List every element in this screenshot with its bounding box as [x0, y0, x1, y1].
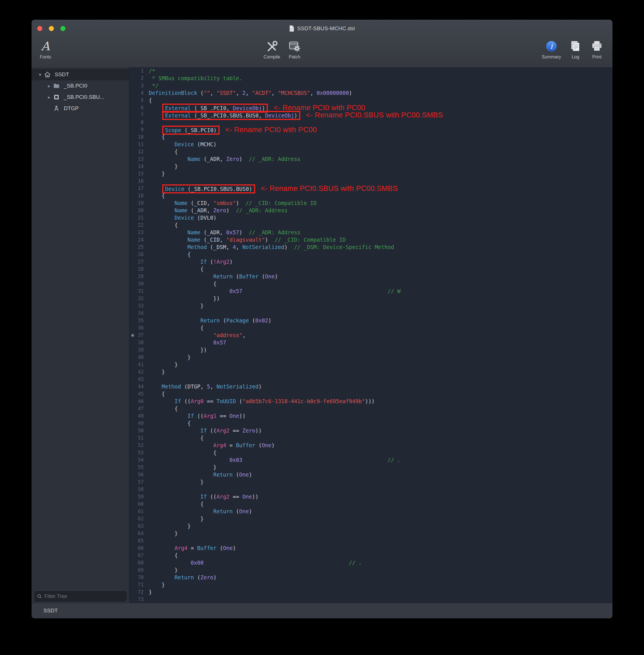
code-line: 8 [130, 118, 613, 126]
line-number: 36 [130, 324, 147, 332]
code-text [147, 118, 613, 126]
titlebar[interactable]: SSDT-SBUS-MCHC.dsl [31, 20, 613, 37]
code-line: 55 } [130, 464, 613, 471]
code-line: 34 [130, 310, 613, 317]
code-text: } [147, 361, 613, 368]
sidebar-item-label: DTGP [64, 105, 79, 112]
code-text: } [147, 354, 613, 361]
sidebar-item-sb-pci0[interactable]: ▸_SB.PCI0 [31, 80, 129, 91]
fonts-button[interactable]: AFonts [38, 39, 52, 60]
code-text: Return (Zero) [147, 574, 613, 581]
line-number: 6 [130, 104, 147, 111]
code-line: 20 Name (_ADR, Zero) // _ADR: Address [130, 207, 613, 214]
line-number: 58 [130, 485, 147, 493]
code-text: Name (_ADR, Zero) // _ADR: Address [147, 207, 613, 214]
code-line: 64 } [130, 529, 613, 537]
code-text: If ((Arg0 == ToUUID ("a0b5b7c6-1318-441c… [147, 398, 613, 405]
code-line: 4DefinitionBlock ("", "SSDT", 2, "ACDT",… [130, 89, 613, 96]
line-number: 25 [130, 243, 147, 251]
code-editor[interactable]: 1/*2 * SMBus compatibility table.3 */4De… [130, 67, 613, 603]
code-text: { [147, 251, 613, 258]
minimize-button[interactable] [49, 26, 54, 31]
line-number: 46 [130, 398, 147, 405]
line-number: 44 [130, 383, 147, 390]
line-number: 52 [130, 442, 147, 449]
print-button[interactable]: Print [590, 39, 604, 60]
code-text: Name (_CID, "smbus") // _CID: Compatible… [147, 199, 613, 207]
code-line: 35 Return (Package (0x02) [130, 317, 613, 324]
code-text: Return (Package (0x02) [147, 317, 613, 324]
search-icon [37, 594, 42, 599]
line-number: 32 [130, 295, 147, 302]
code-line: 10 { [130, 133, 613, 141]
code-line: 46 If ((Arg0 == ToUUID ("a0b5b7c6-1318-4… [130, 398, 613, 405]
code-text: If ((Arg1 == One)) [147, 412, 613, 420]
code-text: DefinitionBlock ("", "SSDT", 2, "ACDT", … [147, 89, 613, 96]
code-text: { [147, 390, 613, 398]
patch-button[interactable]: Patch [288, 39, 302, 60]
code-text: Device (MCHC) [147, 141, 613, 148]
code-line: 25 Method (_DSM, 4, NotSerialized) // _D… [130, 243, 613, 251]
code-text: Name (_ADR, 0x57) // _ADR: Address [147, 229, 613, 236]
zoom-button[interactable] [61, 26, 66, 31]
toolbar-group-center: CompilePatch [263, 39, 302, 60]
line-number: 21 [130, 214, 147, 221]
code-text: Arg4 = Buffer (One) [147, 544, 613, 552]
disclosure-down-icon[interactable]: ▾ [37, 72, 43, 77]
line-number: 33 [130, 302, 147, 310]
patch-icon [288, 39, 302, 54]
line-number: 41 [130, 361, 147, 368]
window-title: SSDT-SBUS-MCHC.dsl [297, 25, 355, 31]
code-line: 33 } [130, 302, 613, 310]
line-number: 62 [130, 515, 147, 522]
code-line: 6 External (_SB_.PCI0, DeviceObj)<- Rena… [130, 104, 613, 111]
code-text: { [147, 405, 613, 412]
status-bar: SSDT [31, 603, 613, 618]
code-line: 26 { [130, 251, 613, 258]
compile-button[interactable]: Compile [263, 39, 280, 60]
line-number: 2 [130, 74, 147, 82]
line-number: 61 [130, 507, 147, 515]
app-window: SSDT-SBUS-MCHC.dsl AFonts CompilePatch i… [31, 20, 613, 618]
disclosure-right-icon[interactable]: ▸ [46, 95, 52, 100]
log-button[interactable]: Log [568, 39, 582, 60]
code-text: Name (_CID, "diagsvault") // _CID: Compa… [147, 236, 613, 243]
close-button[interactable] [37, 26, 42, 31]
code-text: Return (One) [147, 471, 613, 478]
filter-tree-input[interactable] [44, 593, 124, 600]
method-icon [53, 105, 62, 112]
code-text: 0x57 // W [147, 288, 613, 295]
code-line: 37 "address", [130, 332, 613, 339]
line-number: 4 [130, 89, 147, 96]
code-line: 48 If ((Arg1 == One)) [130, 412, 613, 420]
line-number: 1 [130, 67, 147, 74]
code-line: 63 } [130, 522, 613, 529]
code-line: 19 Name (_CID, "smbus") // _CID: Compati… [130, 199, 613, 207]
disclosure-right-icon[interactable]: ▸ [46, 83, 52, 89]
line-number: 30 [130, 280, 147, 288]
sidebar-item-ssdt[interactable]: ▾SSDT [31, 69, 129, 80]
code-line: 22 { [130, 221, 613, 229]
sidebar-item-dtgp[interactable]: DTGP [31, 103, 129, 114]
code-line: 65 [130, 537, 613, 544]
line-number: 64 [130, 529, 147, 537]
line-number: 56 [130, 471, 147, 478]
toolbar-label: Summary [542, 54, 561, 60]
code-line: 13 Name (_ADR, Zero) // _ADR: Address [130, 155, 613, 163]
code-line: 67 { [130, 552, 613, 559]
code-text: { [147, 324, 613, 332]
line-number: 15 [130, 170, 147, 177]
summary-button[interactable]: iSummary [542, 39, 561, 60]
annotation-text: <- Rename PCI0.SBUS with PC00.SMBS [306, 111, 443, 119]
sidebar-item-sb-pci0-sbu[interactable]: ▸_SB.PCI0.SBU... [31, 91, 129, 103]
code-line: 2 * SMBus compatibility table. [130, 74, 613, 82]
code-line: 68 0x00 // . [130, 559, 613, 566]
line-number: 39 [130, 346, 147, 354]
filter-tree-field[interactable] [34, 591, 127, 601]
code-line: 7 External (_SB_.PCI0.SBUS.BUS0, DeviceO… [130, 111, 613, 118]
line-number: 40 [130, 354, 147, 361]
code-line: 71 } [130, 581, 613, 588]
annotation-text: <- Rename PCI0.SBUS with PC00.SMBS [261, 184, 398, 193]
code-text: { [147, 192, 613, 199]
code-line: 61 Return (One) [130, 507, 613, 515]
